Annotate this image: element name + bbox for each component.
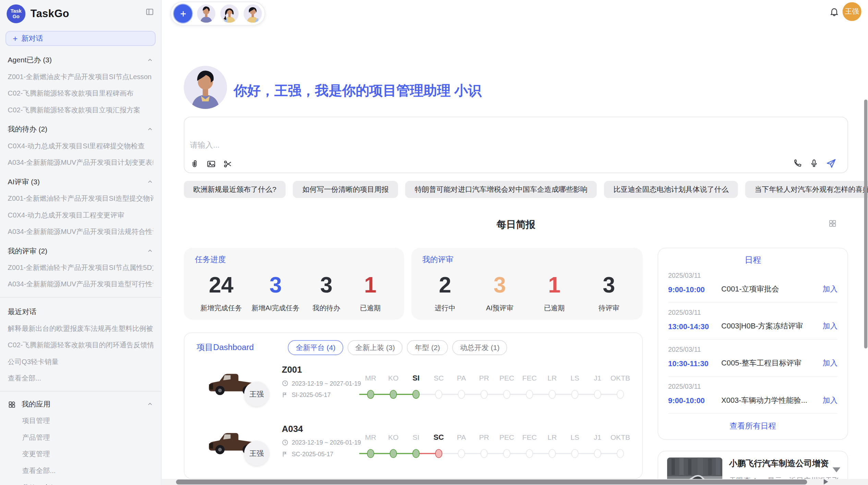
schedule-time: 9:00-10:00 bbox=[668, 396, 721, 405]
stat-label: AI预评审 bbox=[483, 304, 517, 313]
sidebar-section-my-review: 我的评审 (2) Z001-全新燃油轻卡产品开发项目SI节点属性5D文件评审A0… bbox=[0, 246, 161, 289]
recent-chat-item[interactable]: 公司Q3轻卡销量 bbox=[8, 357, 154, 366]
milestone-j1: J1 bbox=[586, 423, 609, 462]
columns-collapse-icon[interactable] bbox=[145, 7, 154, 16]
milestone-pec: PEC bbox=[495, 423, 518, 462]
project-dates: 2023-12-19 ~ 2026-01-19 bbox=[292, 439, 361, 446]
stat: 24 新增完成任务 bbox=[201, 273, 242, 313]
chevron-up-icon[interactable] bbox=[147, 179, 153, 185]
dashboard-tab[interactable]: 动总开发 (1) bbox=[452, 340, 507, 355]
sidebar-item[interactable]: C0X4-动力总成开发项目SI里程碑提交物检查 bbox=[8, 141, 154, 151]
milestone-oktb: OKTB bbox=[609, 364, 631, 403]
app-item[interactable]: 产品管理 bbox=[22, 433, 154, 442]
milestone-mr: MR bbox=[359, 423, 382, 462]
main-area: 王强 你好，王强，我是你的项目管理助理 小识 请输入... 欧洲新规最近颁布了什… bbox=[162, 0, 868, 485]
dashboard-tab[interactable]: 全新上装 (3) bbox=[348, 340, 403, 355]
app-item[interactable]: 变更管理 bbox=[22, 450, 154, 459]
join-link[interactable]: 加入 bbox=[823, 396, 838, 406]
milestone-lr: LR bbox=[541, 423, 564, 462]
flag-icon bbox=[282, 451, 288, 457]
project-row[interactable]: 王强 A034 2023-12-19 ~ 2026-01-19 SC-2025-… bbox=[184, 419, 642, 473]
app-logo: Task Go bbox=[7, 4, 25, 23]
agent-avatar-2[interactable] bbox=[220, 4, 239, 23]
sidebar-item[interactable]: C02-飞腾新能源轻客改款项目里程碑画布 bbox=[8, 89, 154, 98]
app-item[interactable]: 项目管理 bbox=[22, 416, 154, 426]
suggestion-chip[interactable]: 当下年轻人对汽车外观有怎样的喜好趋势 bbox=[745, 181, 868, 198]
milestone-ko: KO bbox=[382, 423, 405, 462]
user-avatar[interactable]: 王强 bbox=[843, 2, 861, 21]
milestone-fec: FEC bbox=[518, 364, 541, 403]
vertical-scrollbar-thumb[interactable] bbox=[864, 100, 868, 349]
agent-avatar-1[interactable] bbox=[197, 4, 215, 23]
milestone-oktb: OKTB bbox=[609, 423, 631, 462]
suggestion-chip[interactable]: 比亚迪全固态电池计划具体说了什么 bbox=[604, 181, 738, 198]
grid-icon[interactable] bbox=[828, 219, 837, 228]
taskgo-app: Task Go TaskGo + 新对话 Agent已办 (3) Z001-全新… bbox=[0, 0, 868, 485]
project-info: A034 2023-12-19 ~ 2026-01-19 SC-2025-05-… bbox=[282, 424, 361, 458]
project-row[interactable]: 王强 Z001 2023-12-19 ~ 2027-01-19 SI-2025-… bbox=[184, 360, 642, 414]
phone-icon[interactable] bbox=[793, 159, 802, 168]
microphone-icon[interactable] bbox=[809, 159, 819, 168]
notification-bell-icon[interactable] bbox=[829, 7, 839, 16]
schedule-item: 2025/03/11 13:00-14:30 C003|H0B-方案冻结评审 加… bbox=[668, 302, 837, 339]
schedule-event-name: C005-整车工程目标评审 bbox=[721, 358, 823, 368]
join-link[interactable]: 加入 bbox=[823, 358, 838, 368]
view-all-schedule-link[interactable]: 查看所有日程 bbox=[658, 421, 847, 431]
project-dates: 2023-12-19 ~ 2027-01-19 bbox=[292, 380, 361, 386]
add-icon bbox=[179, 9, 188, 18]
chevron-up-icon[interactable] bbox=[147, 126, 153, 133]
dashboard-tab[interactable]: 全新平台 (4) bbox=[288, 340, 343, 355]
new-chat-button[interactable]: + 新对话 bbox=[5, 31, 156, 46]
milestone-si: SI bbox=[405, 364, 427, 403]
milestone-pa: PA bbox=[450, 423, 473, 462]
sidebar-item[interactable]: Z001-全新燃油轻卡产品开发项目SI造型提交物评审 bbox=[8, 194, 154, 203]
sidebar-item[interactable]: A034-全新新能源MUV产品开发项目造型可行性评审 bbox=[8, 280, 154, 289]
image-icon[interactable] bbox=[206, 159, 216, 169]
chat-input[interactable]: 请输入... bbox=[184, 117, 848, 173]
sidebar-item[interactable]: Z001-全新燃油轻卡产品开发项目SI节点属性5D文件评审 bbox=[8, 263, 154, 273]
stat: 1 已逾期 bbox=[537, 273, 571, 313]
schedule-item: 2025/03/11 9:00-10:00 C001-立项审批会 加入 bbox=[668, 265, 837, 302]
news-title: 小鹏飞行汽车制造公司增资 bbox=[729, 459, 829, 469]
sidebar-item[interactable]: Z001-全新燃油皮卡产品开发项目SI节点Lesson Learn报告 bbox=[8, 73, 154, 82]
join-link[interactable]: 加入 bbox=[823, 284, 838, 294]
stat-value: 1 bbox=[353, 273, 387, 297]
section-label: 我的待办 (2) bbox=[8, 124, 47, 134]
suggestion-chip[interactable]: 特朗普可能对进口汽车增税会对中国车企造成哪些影响 bbox=[405, 181, 597, 198]
sidebar-item[interactable]: A034-全新新能源MUV产品开发项目计划变更表编写 bbox=[8, 158, 154, 167]
horizontal-scrollbar-thumb[interactable] bbox=[176, 480, 807, 485]
chevron-up-icon[interactable] bbox=[147, 248, 153, 254]
recent-chat-item[interactable]: 查看全部... bbox=[8, 374, 154, 383]
scissors-icon[interactable] bbox=[223, 159, 232, 169]
sidebar-item-my-apps[interactable]: 我的应用 bbox=[8, 399, 154, 409]
suggestion-chip[interactable]: 如何写一份清晰的项目周报 bbox=[293, 181, 398, 198]
schedule-event-name: X003-车辆动力学性能验... bbox=[721, 396, 823, 406]
scroll-down-arrow-icon[interactable] bbox=[833, 468, 841, 473]
project-row-partial bbox=[184, 473, 642, 479]
sidebar-item-cloud-space[interactable]: 我的云空间 bbox=[8, 483, 154, 485]
agent-avatar-3[interactable] bbox=[244, 4, 262, 23]
recent-chat-item[interactable]: C02-飞腾新能源轻客改款项目的闭环通告反馈情况 bbox=[8, 341, 154, 350]
sidebar-item[interactable]: A034-全新新能源MUV产品开发项目法规符合性评审 bbox=[8, 227, 154, 237]
sidebar-item[interactable]: C02-飞腾新能源轻客改款项目立项汇报方案 bbox=[8, 105, 154, 115]
milestone-lr: LR bbox=[541, 364, 564, 403]
send-icon[interactable] bbox=[826, 158, 836, 169]
stat: 2 进行中 bbox=[428, 273, 462, 313]
join-link[interactable]: 加入 bbox=[823, 321, 838, 331]
scroll-right-arrow-icon[interactable] bbox=[824, 479, 828, 484]
milestone-pr: PR bbox=[473, 423, 495, 462]
paperclip-icon[interactable] bbox=[190, 159, 199, 169]
chevron-up-icon[interactable] bbox=[147, 57, 153, 63]
suggestion-chip[interactable]: 欧洲新规最近颁布了什么? bbox=[184, 181, 286, 198]
owner-name: 王强 bbox=[249, 389, 264, 399]
logo-text-bottom: Go bbox=[13, 14, 20, 19]
sidebar-item[interactable]: C0X4-动力总成开发项目工程变更评审 bbox=[8, 211, 154, 220]
chevron-up-icon[interactable] bbox=[147, 401, 153, 408]
schedule-date: 2025/03/11 bbox=[668, 272, 837, 279]
app-item[interactable]: 查看全部... bbox=[22, 466, 154, 475]
dashboard-tab[interactable]: 年型 (2) bbox=[407, 340, 448, 355]
recent-chat-item[interactable]: 解释最新出台的欧盟报废车法规再生塑料比例被调至15%... bbox=[8, 324, 154, 333]
add-session-button[interactable] bbox=[174, 4, 192, 23]
milestone-mr: MR bbox=[359, 364, 382, 403]
stat-value: 3 bbox=[252, 273, 300, 297]
